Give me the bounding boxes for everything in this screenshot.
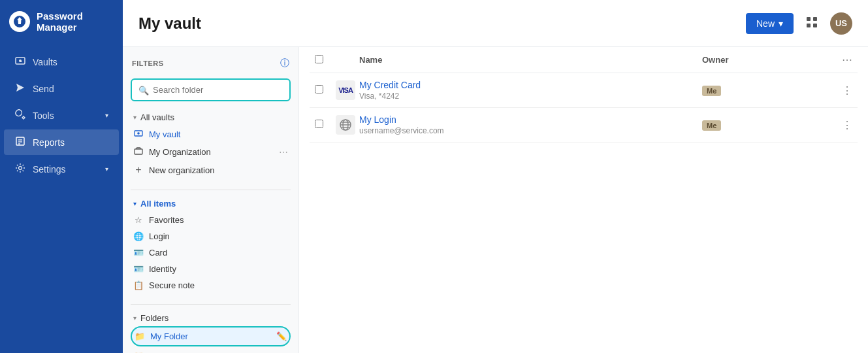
table-more-button[interactable]: ⋯ [842, 54, 852, 66]
identity-icon: 🪪 [133, 264, 144, 274]
items-list: Name Owner ⋯ VISA My Credit Card [299, 47, 868, 353]
send-label: Send [33, 84, 54, 94]
row2-owner-col: Me [702, 119, 833, 131]
no-folder-item[interactable]: 📁 No folder [131, 348, 291, 353]
all-items-toggle[interactable]: ▾ All items [131, 195, 291, 212]
row2-more-col: ⋮ [833, 119, 852, 131]
row1-owner-badge: Me [702, 86, 721, 96]
sidebar-item-send[interactable]: Send [4, 76, 119, 101]
svg-point-15 [137, 132, 140, 135]
filters-header: FILTERS ⓘ [131, 55, 291, 72]
identity-item[interactable]: 🪪 Identity [131, 261, 291, 277]
page-header: My vault New ▾ US [123, 0, 868, 47]
filters-panel: FILTERS ⓘ 🔍 ▾ All vaults [123, 47, 299, 353]
new-button[interactable]: New ▾ [746, 13, 794, 34]
row2-checkbox[interactable] [315, 120, 323, 128]
settings-chevron-icon: ▾ [105, 165, 108, 173]
row1-check-col [315, 84, 336, 96]
table-more-col: ⋯ [833, 54, 852, 66]
row1-owner-col: Me [702, 84, 833, 96]
row1-icon-col: VISA [336, 80, 359, 100]
new-organization-item[interactable]: + New organization [131, 161, 291, 179]
row1-name-col: My Credit Card Visa, *4242 [359, 80, 702, 101]
tools-label: Tools [33, 110, 54, 121]
svg-rect-10 [807, 17, 811, 21]
all-vaults-section: ▾ All vaults My vault [131, 109, 291, 179]
sidebar-item-vaults[interactable]: Vaults [4, 49, 119, 75]
search-folder-wrapper: 🔍 [131, 78, 291, 101]
all-vaults-toggle[interactable]: ▾ All vaults [131, 109, 291, 126]
tools-icon [14, 109, 26, 122]
vaults-icon [14, 56, 26, 68]
sidebar: Password Manager Vaults Send [0, 0, 123, 353]
secure-note-icon: 📋 [133, 280, 144, 290]
organization-icon [133, 146, 144, 158]
secure-note-label: Secure note [149, 280, 195, 290]
all-vaults-chevron-icon: ▾ [133, 114, 137, 121]
my-organization-more-icon[interactable]: ⋯ [279, 147, 288, 158]
divider-1 [131, 190, 291, 190]
all-vaults-label: All vaults [140, 112, 174, 122]
svg-rect-11 [813, 17, 817, 21]
row2-icon-col [336, 115, 359, 135]
owner-col-header: Owner [702, 55, 833, 65]
new-button-chevron-icon: ▾ [779, 18, 783, 29]
user-avatar-button[interactable]: US [830, 12, 852, 35]
settings-icon [14, 163, 26, 175]
folders-section: ▾ Folders 📁 My Folder ✏️ 📁 No folder [131, 310, 291, 353]
row2-more-button[interactable]: ⋮ [842, 119, 852, 131]
search-folder-input[interactable] [132, 80, 289, 100]
secure-note-item[interactable]: 📋 Secure note [131, 277, 291, 294]
table-row[interactable]: My Login username@service.com Me ⋮ [310, 108, 858, 143]
folder-edit-icon[interactable]: ✏️ [276, 331, 287, 341]
login-item[interactable]: 🌐 Login [131, 228, 291, 244]
page-title: My vault [138, 14, 746, 33]
folders-chevron-icon: ▾ [133, 314, 137, 322]
row2-item-subtitle: username@service.com [359, 126, 702, 135]
row1-more-col: ⋮ [833, 84, 852, 97]
svg-point-9 [19, 167, 22, 170]
my-vault-item[interactable]: My vault [131, 126, 291, 143]
row2-name-col: My Login username@service.com [359, 114, 702, 135]
add-organization-icon: + [133, 164, 144, 176]
header-actions: New ▾ US [746, 12, 852, 35]
favorites-item[interactable]: ☆ Favorites [131, 212, 291, 228]
table-header: Name Owner ⋯ [310, 47, 858, 73]
divider-2 [131, 304, 291, 305]
globe-icon [336, 115, 355, 135]
sidebar-item-reports[interactable]: Reports [4, 129, 119, 155]
grid-view-button[interactable] [801, 12, 822, 35]
favorites-label: Favorites [149, 215, 184, 225]
reports-icon [14, 136, 26, 148]
folders-toggle[interactable]: ▾ Folders [131, 310, 291, 326]
row1-checkbox[interactable] [315, 85, 323, 93]
my-organization-item[interactable]: My Organization ⋯ [131, 143, 291, 161]
name-col-header: Name [359, 55, 702, 65]
card-item[interactable]: 🪪 Card [131, 244, 291, 261]
sidebar-item-tools[interactable]: Tools ▾ [4, 103, 119, 128]
settings-label: Settings [33, 164, 66, 175]
table-row[interactable]: VISA My Credit Card Visa, *4242 Me ⋮ [310, 73, 858, 108]
logo-icon [9, 11, 30, 32]
app-title: Password Manager [37, 10, 114, 33]
my-folder-icon: 📁 [135, 331, 145, 341]
filters-title: FILTERS [132, 59, 164, 67]
select-all-checkbox[interactable] [315, 55, 323, 63]
new-button-label: New [756, 18, 775, 29]
app-logo[interactable]: Password Manager [0, 0, 123, 43]
row1-more-button[interactable]: ⋮ [842, 84, 852, 97]
main-nav: Vaults Send Tools ▾ [0, 43, 123, 188]
identity-label: Identity [149, 264, 176, 274]
all-items-section: ▾ All items ☆ Favorites 🌐 Login 🪪 Card 🪪 [131, 195, 291, 294]
main-content: My vault New ▾ US FILTERS ⓘ [123, 0, 868, 353]
login-label: Login [149, 231, 170, 241]
my-folder-item[interactable]: 📁 My Folder ✏️ [131, 326, 291, 346]
filters-help-icon[interactable]: ⓘ [280, 58, 289, 69]
my-vault-icon [133, 129, 144, 140]
visa-card-icon: VISA [336, 80, 355, 100]
my-vault-label: My vault [149, 129, 180, 139]
row1-item-subtitle: Visa, *4242 [359, 92, 702, 101]
my-organization-label: My Organization [149, 147, 211, 157]
sidebar-item-settings[interactable]: Settings ▾ [4, 156, 119, 182]
row2-check-col [315, 119, 336, 131]
